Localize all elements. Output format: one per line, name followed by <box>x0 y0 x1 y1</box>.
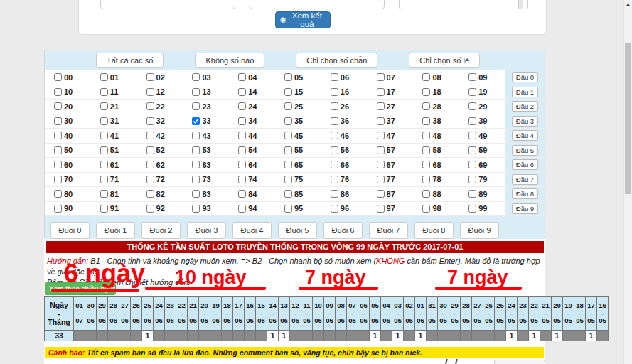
number-cell-90[interactable]: 90 <box>45 202 91 216</box>
checkbox-23[interactable] <box>192 102 200 110</box>
number-cell-79[interactable]: 79 <box>459 173 505 187</box>
date-range-input[interactable] <box>250 0 385 9</box>
duoi-6-button[interactable]: Đuôi 6 <box>323 222 363 239</box>
checkbox-05[interactable] <box>284 73 292 81</box>
scrollbar[interactable]: ▲ <box>623 0 632 364</box>
number-cell-48[interactable]: 48 <box>413 129 459 143</box>
number-cell-92[interactable]: 92 <box>137 202 183 216</box>
number-cell-60[interactable]: 60 <box>45 158 91 172</box>
checkbox-27[interactable] <box>377 102 385 110</box>
number-cell-33[interactable]: 33 <box>183 114 229 129</box>
number-cell-08[interactable]: 08 <box>413 70 459 85</box>
number-cell-11[interactable]: 11 <box>91 85 137 100</box>
number-cell-97[interactable]: 97 <box>368 202 414 216</box>
checkbox-69[interactable] <box>468 161 476 168</box>
number-cell-76[interactable]: 76 <box>321 173 368 187</box>
checkbox-45[interactable] <box>284 132 292 139</box>
number-cell-68[interactable]: 68 <box>413 158 459 172</box>
checkbox-57[interactable] <box>377 146 385 154</box>
checkbox-00[interactable] <box>54 73 62 81</box>
checkbox-54[interactable] <box>238 146 246 154</box>
number-cell-57[interactable]: 57 <box>368 144 414 158</box>
number-cell-20[interactable]: 20 <box>45 100 91 114</box>
checkbox-55[interactable] <box>284 146 292 154</box>
checkbox-06[interactable] <box>331 73 338 81</box>
dau-0-button[interactable]: Đầu 0 <box>512 72 538 82</box>
number-cell-64[interactable]: 64 <box>229 158 275 172</box>
checkbox-22[interactable] <box>146 102 154 110</box>
number-cell-69[interactable]: 69 <box>459 158 505 172</box>
number-cell-22[interactable]: 22 <box>137 100 183 114</box>
dau-5-button[interactable]: Đầu 5 <box>512 145 538 156</box>
checkbox-97[interactable] <box>377 205 385 213</box>
number-cell-30[interactable]: 30 <box>45 114 91 129</box>
checkbox-02[interactable] <box>146 73 154 81</box>
number-cell-45[interactable]: 45 <box>275 129 321 143</box>
checkbox-65[interactable] <box>284 161 292 168</box>
checkbox-66[interactable] <box>331 161 338 168</box>
checkbox-21[interactable] <box>100 102 108 110</box>
number-cell-83[interactable]: 83 <box>183 187 229 201</box>
checkbox-04[interactable] <box>238 73 246 81</box>
checkbox-62[interactable] <box>146 161 154 168</box>
checkbox-38[interactable] <box>422 117 430 125</box>
number-cell-02[interactable]: 02 <box>137 70 183 85</box>
number-cell-21[interactable]: 21 <box>91 100 137 114</box>
number-cell-82[interactable]: 82 <box>137 187 183 201</box>
number-cell-74[interactable]: 74 <box>229 173 275 187</box>
checkbox-08[interactable] <box>422 73 430 81</box>
number-cell-13[interactable]: 13 <box>183 85 229 100</box>
checkbox-20[interactable] <box>54 102 62 110</box>
number-cell-58[interactable]: 58 <box>413 144 459 158</box>
number-cell-29[interactable]: 29 <box>459 100 505 114</box>
duoi-4-button[interactable]: Đuôi 4 <box>232 222 272 239</box>
checkbox-51[interactable] <box>100 146 108 154</box>
partial-button[interactable] <box>494 360 545 364</box>
number-cell-95[interactable]: 95 <box>275 202 321 216</box>
number-cell-19[interactable]: 19 <box>459 85 505 100</box>
number-cell-01[interactable]: 01 <box>91 70 137 85</box>
select-none-button[interactable]: Không số nào <box>195 53 264 68</box>
checkbox-10[interactable] <box>54 88 62 96</box>
checkbox-43[interactable] <box>192 132 200 139</box>
checkbox-19[interactable] <box>468 88 476 96</box>
number-cell-63[interactable]: 63 <box>183 158 229 172</box>
checkbox-70[interactable] <box>54 176 62 183</box>
checkbox-34[interactable] <box>238 117 246 125</box>
number-cell-28[interactable]: 28 <box>413 100 459 114</box>
checkbox-74[interactable] <box>238 176 246 183</box>
number-cell-15[interactable]: 15 <box>275 85 321 100</box>
number-cell-99[interactable]: 99 <box>459 202 505 216</box>
checkbox-29[interactable] <box>468 102 476 110</box>
checkbox-79[interactable] <box>468 176 476 183</box>
number-cell-34[interactable]: 34 <box>229 114 275 129</box>
number-cell-71[interactable]: 71 <box>91 173 137 187</box>
number-cell-94[interactable]: 94 <box>229 202 275 216</box>
checkbox-87[interactable] <box>377 190 385 198</box>
days-input[interactable] <box>399 0 518 9</box>
scroll-up-arrow-icon[interactable]: ▲ <box>625 1 631 7</box>
checkbox-41[interactable] <box>100 132 108 139</box>
duoi-8-button[interactable]: Đuôi 8 <box>414 222 454 239</box>
scrollbar-thumb[interactable] <box>625 43 631 194</box>
checkbox-33[interactable] <box>192 117 200 125</box>
number-cell-41[interactable]: 41 <box>91 129 137 143</box>
checkbox-25[interactable] <box>284 102 292 110</box>
number-cell-88[interactable]: 88 <box>413 187 459 201</box>
number-cell-78[interactable]: 78 <box>413 173 459 187</box>
number-cell-75[interactable]: 75 <box>275 173 321 187</box>
checkbox-96[interactable] <box>331 205 338 213</box>
number-cell-26[interactable]: 26 <box>321 100 368 114</box>
checkbox-14[interactable] <box>238 88 246 96</box>
checkbox-53[interactable] <box>192 146 200 154</box>
number-cell-37[interactable]: 37 <box>368 114 414 129</box>
view-results-button[interactable]: ◉Xem kết quả <box>275 11 331 28</box>
checkbox-12[interactable] <box>146 88 154 96</box>
select-all-button[interactable]: Tất cả các số <box>96 53 164 68</box>
checkbox-07[interactable] <box>377 73 385 81</box>
number-cell-96[interactable]: 96 <box>321 202 368 216</box>
number-cell-66[interactable]: 66 <box>321 158 368 172</box>
checkbox-26[interactable] <box>331 102 338 110</box>
checkbox-90[interactable] <box>54 205 62 213</box>
number-cell-59[interactable]: 59 <box>459 144 505 158</box>
